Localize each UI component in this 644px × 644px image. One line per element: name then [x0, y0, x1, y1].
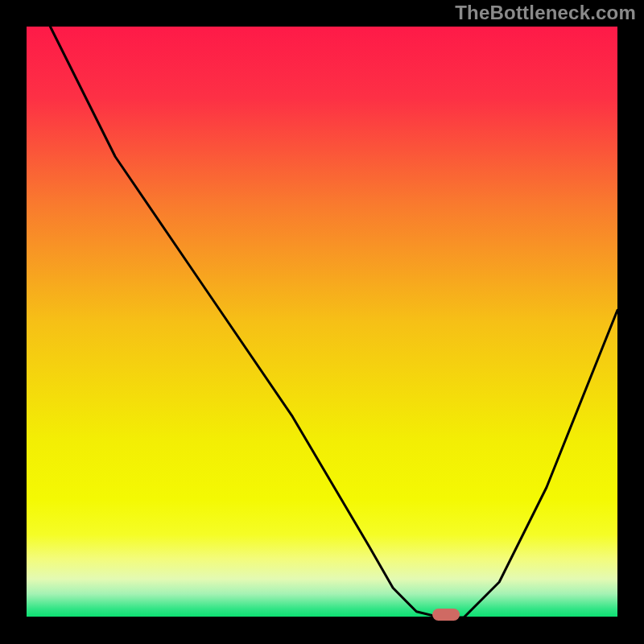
watermark-text: TheBottleneck.com — [455, 2, 636, 24]
chart-frame: TheBottleneck.com — [0, 0, 644, 644]
plot-background — [27, 27, 617, 617]
optimal-marker — [432, 609, 460, 621]
bottleneck-chart — [0, 0, 644, 644]
